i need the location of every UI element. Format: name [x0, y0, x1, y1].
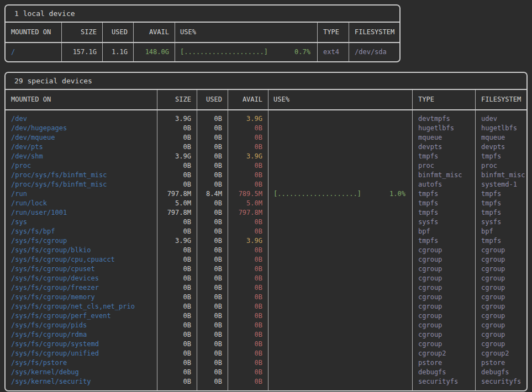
type-cell: bpf: [413, 227, 476, 236]
used-cell: 0B: [197, 330, 228, 340]
avail-cell: 0B: [228, 349, 268, 358]
special-devices-table: 29 special devices MOUNTED ONSIZEUSEDAVA…: [4, 72, 528, 391]
filesystem-cell: sysfs: [476, 218, 526, 227]
use-percent-cell: [268, 152, 413, 161]
column-header-avail: AVAIL: [228, 90, 268, 109]
avail-cell: 0B: [228, 368, 268, 377]
type-cell: cgroup: [413, 274, 476, 283]
use-percent-cell: [....................]0.7%: [175, 43, 318, 61]
avail-cell: 0B: [228, 133, 268, 142]
type-cell: devtmpfs: [413, 110, 476, 124]
type-cell: tmpfs: [413, 189, 476, 199]
size-cell: 0B: [157, 171, 197, 180]
use-percent-cell: [268, 199, 413, 208]
table-row: /run/user/1001797.8M0B797.8M tmpfstmpfs: [6, 208, 526, 218]
used-cell: 0B: [197, 124, 228, 133]
filesystem-cell: pstore: [476, 358, 526, 368]
use-percent-cell: [268, 302, 413, 311]
filesystem-cell: cgroup: [476, 264, 526, 274]
column-header-avail: AVAIL: [134, 23, 175, 42]
size-cell: 797.8M: [157, 208, 197, 218]
header-row: MOUNTED ONSIZEUSEDAVAILUSE%TYPEFILESYSTE…: [6, 23, 399, 43]
column-header-mounted-on: MOUNTED ON: [6, 90, 157, 109]
filesystem-cell: cgroup: [476, 274, 526, 283]
used-cell: 0B: [197, 161, 228, 171]
mounted-on-cell: /proc/sys/fs/binfmt_misc: [6, 180, 157, 189]
table-row: /sys0B0B0B sysfssysfs: [6, 218, 526, 227]
use-percent-cell: [268, 110, 413, 124]
use-percent-cell: [268, 161, 413, 171]
used-cell: 0B: [197, 227, 228, 236]
use-percent-cell: [268, 283, 413, 293]
used-cell: 0B: [197, 199, 228, 208]
use-percent-cell: [268, 377, 413, 390]
used-cell: 0B: [197, 321, 228, 330]
avail-cell: 0B: [228, 218, 268, 227]
type-cell: tmpfs: [413, 208, 476, 218]
use-percent-cell: [268, 180, 413, 189]
type-cell: cgroup: [413, 302, 476, 311]
filesystem-cell: debugfs: [476, 368, 526, 377]
table-row: /sys/fs/cgroup/unified0B0B0B cgroup2cgro…: [6, 349, 526, 358]
table-row: /sys/fs/cgroup/cpu,cpuacct0B0B0B cgroupc…: [6, 255, 526, 264]
type-cell: pstore: [413, 358, 476, 368]
avail-cell: 0B: [228, 171, 268, 180]
table-row: /sys/fs/cgroup3.9G0B3.9G tmpfstmpfs: [6, 236, 526, 246]
local-devices-table: 1 local device MOUNTED ONSIZEUSEDAVAILUS…: [4, 4, 401, 62]
table-row: /sys/fs/cgroup/memory0B0B0B cgroupcgroup: [6, 293, 526, 302]
used-cell: 0B: [197, 110, 228, 124]
avail-cell: 3.9G: [228, 236, 268, 246]
mounted-on-cell: /sys/kernel/security: [6, 377, 157, 390]
mounted-on-cell: /: [6, 43, 62, 61]
usage-percent: 1.0%: [389, 189, 405, 199]
type-cell: tmpfs: [413, 236, 476, 246]
mounted-on-cell: /sys/kernel/debug: [6, 368, 157, 377]
column-header-use-: USE%: [268, 90, 413, 109]
table-row: /sys/fs/cgroup/net_cls,net_prio0B0B0B cg…: [6, 302, 526, 311]
table-row: /sys/fs/cgroup/blkio0B0B0B cgroupcgroup: [6, 246, 526, 255]
filesystem-cell: tmpfs: [476, 189, 526, 199]
table-row: /dev/hugepages0B0B0B hugetlbfshugetlbfs: [6, 124, 526, 133]
used-cell: 0B: [197, 171, 228, 180]
mounted-on-cell: /sys/fs/cgroup/memory: [6, 293, 157, 302]
table-row: /run/lock5.0M0B5.0M tmpfstmpfs: [6, 199, 526, 208]
usage-percent: 0.7%: [294, 47, 310, 57]
filesystem-cell: tmpfs: [476, 208, 526, 218]
table-row: /sys/kernel/debug0B0B0B debugfsdebugfs: [6, 368, 526, 377]
type-cell: cgroup: [413, 330, 476, 340]
column-header-use-: USE%: [175, 23, 318, 42]
filesystem-cell: cgroup: [476, 321, 526, 330]
column-header-type: TYPE: [318, 23, 349, 42]
avail-cell: 148.0G: [134, 43, 175, 61]
used-cell: 0B: [197, 274, 228, 283]
avail-cell: 0B: [228, 161, 268, 171]
filesystem-cell: cgroup: [476, 246, 526, 255]
type-cell: cgroup2: [413, 349, 476, 358]
size-cell: 0B: [157, 377, 197, 390]
used-cell: 0B: [197, 255, 228, 264]
filesystem-cell: systemd-1: [476, 180, 526, 189]
used-cell: 0B: [197, 311, 228, 321]
size-cell: 3.9G: [157, 152, 197, 161]
filesystem-cell: tmpfs: [476, 236, 526, 246]
filesystem-cell: /dev/sda: [349, 43, 399, 61]
used-cell: 0B: [197, 152, 228, 161]
size-cell: 0B: [157, 227, 197, 236]
filesystem-cell: cgroup: [476, 302, 526, 311]
avail-cell: 0B: [228, 227, 268, 236]
used-cell: 0B: [197, 340, 228, 349]
mounted-on-cell: /sys/fs/pstore: [6, 358, 157, 368]
mounted-on-cell: /sys/fs/cgroup/pids: [6, 321, 157, 330]
avail-cell: 0B: [228, 330, 268, 340]
avail-cell: 0B: [228, 293, 268, 302]
avail-cell: 0B: [228, 311, 268, 321]
filesystem-cell: mqueue: [476, 133, 526, 142]
use-percent-cell: [....................]1.0%: [268, 189, 413, 199]
type-cell: cgroup: [413, 246, 476, 255]
size-cell: 0B: [157, 180, 197, 189]
size-cell: 0B: [157, 311, 197, 321]
type-cell: cgroup: [413, 255, 476, 264]
column-header-size: SIZE: [62, 23, 103, 42]
column-header-type: TYPE: [413, 90, 476, 109]
filesystem-cell: tmpfs: [476, 199, 526, 208]
